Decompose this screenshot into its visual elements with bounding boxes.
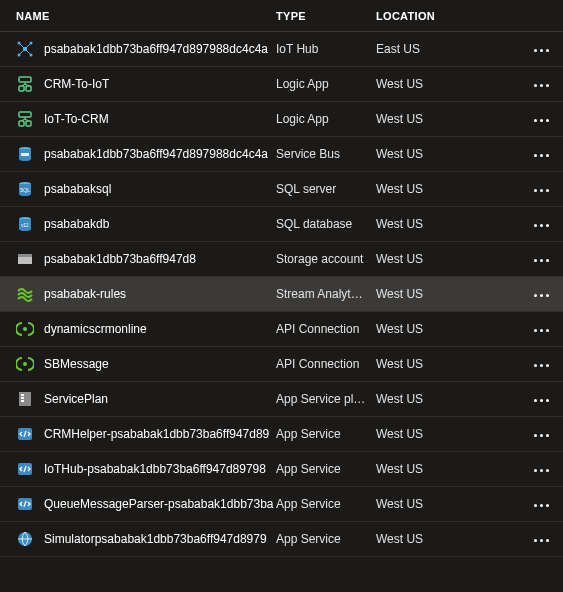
table-row[interactable]: psababak1dbb73ba6ff947d8Storage accountW… [0, 242, 563, 277]
more-actions-button[interactable] [530, 428, 553, 443]
resource-name: psababak1dbb73ba6ff947d897988dc4c4a [44, 147, 268, 161]
resource-location: West US [376, 497, 456, 511]
table-row[interactable]: IoTHub-psababak1dbb73ba6ff947d89798App S… [0, 452, 563, 487]
resource-location: West US [376, 357, 456, 371]
resource-location: West US [376, 252, 456, 266]
table-row[interactable]: ServicePlanApp Service pl…West US [0, 382, 563, 417]
svg-rect-9 [19, 121, 24, 126]
more-actions-button[interactable] [530, 358, 553, 373]
svg-rect-8 [19, 112, 31, 117]
resource-location: West US [376, 182, 456, 196]
svg-rect-5 [19, 77, 31, 82]
resource-type: API Connection [276, 357, 376, 371]
resource-location: West US [376, 322, 456, 336]
resource-location: West US [376, 462, 456, 476]
resource-location: West US [376, 287, 456, 301]
more-actions-button[interactable] [530, 218, 553, 233]
svg-rect-22 [21, 394, 24, 396]
svg-rect-6 [19, 86, 24, 91]
more-actions-button[interactable] [530, 78, 553, 93]
appsvc-icon [16, 460, 34, 478]
svg-rect-18 [18, 254, 32, 257]
resource-type: App Service [276, 462, 376, 476]
more-actions-button[interactable] [530, 463, 553, 478]
table-row[interactable]: CRM-To-IoTLogic AppWest US [0, 67, 563, 102]
resource-location: West US [376, 77, 456, 91]
resource-location: East US [376, 42, 456, 56]
logicapp-icon [16, 110, 34, 128]
col-header-type[interactable]: TYPE [276, 10, 376, 22]
svg-rect-12 [21, 153, 29, 156]
resource-name: IoTHub-psababak1dbb73ba6ff947d89798 [44, 462, 266, 476]
more-actions-button[interactable] [530, 43, 553, 58]
resource-name: Simulatorpsababak1dbb73ba6ff947d8979 [44, 532, 267, 546]
col-header-name[interactable]: NAME [16, 10, 276, 22]
resource-name: IoT-To-CRM [44, 112, 109, 126]
resource-type: Logic App [276, 77, 376, 91]
iothub-icon [16, 40, 34, 58]
resource-location: West US [376, 427, 456, 441]
apiconn-icon [16, 320, 34, 338]
svg-text:v12: v12 [21, 223, 29, 228]
svg-rect-24 [21, 400, 24, 402]
resource-name: ServicePlan [44, 392, 108, 406]
more-actions-button[interactable] [530, 323, 553, 338]
table-header-row: NAME TYPE LOCATION [0, 0, 563, 32]
svg-point-20 [23, 362, 27, 366]
resource-name: psababakdb [44, 217, 109, 231]
appsvc-icon [16, 495, 34, 513]
svg-text:SQL: SQL [20, 187, 30, 193]
svg-point-19 [23, 327, 27, 331]
table-row[interactable]: SQLpsababaksqlSQL serverWest US [0, 172, 563, 207]
resource-name: psababak-rules [44, 287, 126, 301]
resource-type: Storage account [276, 252, 376, 266]
more-actions-button[interactable] [530, 183, 553, 198]
servicebus-icon [16, 145, 34, 163]
more-actions-button[interactable] [530, 533, 553, 548]
resource-name: psababak1dbb73ba6ff947d8 [44, 252, 196, 266]
resource-name: SBMessage [44, 357, 109, 371]
storage-icon [16, 250, 34, 268]
resource-location: West US [376, 532, 456, 546]
resource-location: West US [376, 217, 456, 231]
more-actions-button[interactable] [530, 148, 553, 163]
table-row[interactable]: v12psababakdbSQL databaseWest US [0, 207, 563, 242]
sqlserver-icon: SQL [16, 180, 34, 198]
svg-rect-23 [21, 397, 24, 399]
resource-name: psababak1dbb73ba6ff947d897988dc4c4a [44, 42, 268, 56]
apiconn-icon [16, 355, 34, 373]
globe-icon [16, 530, 34, 548]
table-row[interactable]: IoT-To-CRMLogic AppWest US [0, 102, 563, 137]
resource-name: CRM-To-IoT [44, 77, 109, 91]
resource-type: App Service pl… [276, 392, 376, 406]
resource-type: Logic App [276, 112, 376, 126]
resource-location: West US [376, 392, 456, 406]
more-actions-button[interactable] [530, 288, 553, 303]
resource-name: psababaksql [44, 182, 111, 196]
resource-type: App Service [276, 427, 376, 441]
resource-table: NAME TYPE LOCATION psababak1dbb73ba6ff94… [0, 0, 563, 557]
logicapp-icon [16, 75, 34, 93]
more-actions-button[interactable] [530, 393, 553, 408]
table-row[interactable]: psababak1dbb73ba6ff947d897988dc4c4aServi… [0, 137, 563, 172]
resource-type: SQL database [276, 217, 376, 231]
resource-name: QueueMessageParser-psababak1dbb73ba [44, 497, 274, 511]
resource-type: App Service [276, 532, 376, 546]
more-actions-button[interactable] [530, 113, 553, 128]
table-row[interactable]: Simulatorpsababak1dbb73ba6ff947d8979App … [0, 522, 563, 557]
table-row[interactable]: psababak1dbb73ba6ff947d897988dc4c4aIoT H… [0, 32, 563, 67]
table-row[interactable]: QueueMessageParser-psababak1dbb73baApp S… [0, 487, 563, 522]
table-row[interactable]: SBMessageAPI ConnectionWest US [0, 347, 563, 382]
resource-name: dynamicscrmonline [44, 322, 147, 336]
table-row[interactable]: dynamicscrmonlineAPI ConnectionWest US [0, 312, 563, 347]
table-row[interactable]: CRMHelper-psababak1dbb73ba6ff947d89App S… [0, 417, 563, 452]
more-actions-button[interactable] [530, 253, 553, 268]
table-row[interactable]: psababak-rulesStream Analyt…West US [0, 277, 563, 312]
resource-type: Service Bus [276, 147, 376, 161]
sqldb-icon: v12 [16, 215, 34, 233]
more-actions-button[interactable] [530, 498, 553, 513]
resource-type: SQL server [276, 182, 376, 196]
svg-rect-21 [19, 392, 31, 406]
resource-location: West US [376, 147, 456, 161]
col-header-location[interactable]: LOCATION [376, 10, 456, 22]
